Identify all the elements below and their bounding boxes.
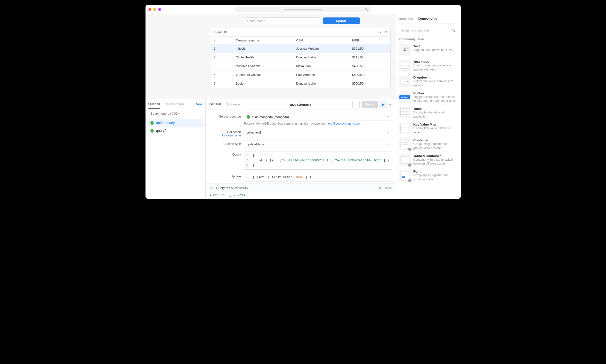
success-icon: ✓: [210, 186, 214, 190]
component-form[interactable]: + Form Group inputs together and submit …: [399, 168, 458, 183]
new-query-button[interactable]: + New: [193, 102, 202, 106]
expand-icon[interactable]: ⤢: [389, 103, 392, 106]
update-button[interactable]: Update: [323, 17, 360, 24]
component-button[interactable]: Action Button Trigger actions like run q…: [399, 90, 458, 105]
canvas: All queries completed. Update 12 results…: [146, 14, 396, 99]
use-raw-name-link[interactable]: Use raw name: [210, 134, 241, 137]
queries-pane: Queries Transformers + New updatemany qu…: [146, 99, 206, 199]
table-row[interactable]: 5Soylent Duncan Idaho$500.50: [211, 79, 391, 88]
search-icon: 🔍: [452, 29, 455, 32]
mongodb-icon: [150, 128, 154, 133]
tab-advanced[interactable]: Advanced: [227, 100, 242, 109]
refresh-icon[interactable]: ⟳: [385, 30, 388, 34]
tab-inspector[interactable]: Inspector: [399, 14, 414, 23]
label-action-type: Action type: [210, 141, 244, 146]
table-row[interactable]: 3Massive Dynamic Maya Gao$438.50: [211, 62, 391, 71]
saved-button: Saved: [362, 101, 377, 108]
search-icon: 🔍: [365, 8, 369, 11]
query-item-label: updatemany: [156, 121, 175, 125]
tab-components[interactable]: Components: [418, 14, 437, 23]
component-container[interactable]: + Container Group things together into g…: [399, 136, 458, 152]
collection-value: collection1: [247, 131, 261, 134]
run-button[interactable]: ▶: [380, 101, 387, 108]
table-row[interactable]: 4Vehement Capital Paul Atreides$500.50: [211, 71, 391, 79]
data-table: id Company name CSM MRR 1 Initech Jessic…: [211, 37, 391, 88]
right-panel: Inspector Components Search components 🔍…: [396, 14, 461, 199]
component-table[interactable]: Table Display tabular data with paginati…: [399, 105, 458, 121]
components-search-placeholder: Search components: [402, 29, 430, 32]
query-search-input[interactable]: [148, 110, 203, 117]
label-update: Update: [210, 173, 244, 178]
helper-text: Retool's MongoDB editor has some slight …: [244, 122, 391, 125]
results-count: 12 results: [214, 30, 228, 34]
url-bar[interactable]: 🔍: [235, 7, 371, 12]
button-icon: Action: [399, 91, 411, 103]
titlebar: 🔍: [146, 5, 461, 14]
query-item-updatemany[interactable]: updatemany: [147, 119, 204, 127]
select-collection[interactable]: collection1: [244, 129, 391, 136]
component-text-input[interactable]: Text Input Control other components or q…: [399, 58, 458, 74]
update-code-editor[interactable]: 1 { $set: { first_name: 'ken' } }: [244, 173, 391, 182]
col-mrr[interactable]: MRR: [349, 37, 391, 44]
component-text[interactable]: Text Supports markdown or HTML.: [399, 42, 458, 58]
close-window-icon[interactable]: [148, 8, 151, 11]
table-component[interactable]: 12 results ▾ ⟳ id Company name CSM: [211, 28, 391, 88]
tabbed-container-icon: +: [399, 154, 411, 166]
helper-link[interactable]: here if you ever get stuck!: [326, 122, 361, 125]
container-icon: +: [399, 138, 411, 150]
close-icon: ✕: [378, 186, 381, 190]
query-code-editor[interactable]: 123 { _id: { $in: ["5db1ff9d1c9d44000057…: [244, 151, 392, 170]
dropdown-icon: [399, 76, 411, 87]
table-row[interactable]: 1 Initech Jessica Mohaim $321.50: [211, 44, 391, 53]
components-search[interactable]: Search components 🔍: [399, 27, 458, 34]
section-title: Commonly Used: [396, 36, 461, 42]
col-id[interactable]: id: [211, 37, 233, 44]
table-row[interactable]: 2Circle Health Duncan Idaho$111.00: [211, 53, 391, 62]
maximize-window-icon[interactable]: [158, 8, 161, 11]
form-row: Update: [245, 17, 360, 24]
tab-general[interactable]: General: [210, 99, 221, 109]
col-company[interactable]: Company name: [233, 37, 293, 44]
action-value: updateMany: [247, 143, 264, 146]
col-csm[interactable]: CSM: [293, 37, 349, 44]
query-item-label: query2: [156, 129, 167, 132]
text-input-icon: [399, 60, 411, 71]
window-controls: [148, 8, 161, 11]
url-placeholder: [284, 9, 323, 10]
key-value-icon: [399, 123, 411, 134]
tab-queries[interactable]: Queries: [148, 100, 160, 109]
text-icon: [399, 44, 411, 56]
component-key-value-map[interactable]: Key Value Map Display key value pairs in…: [399, 121, 458, 136]
label-select-resource: Select resource: [210, 113, 244, 118]
component-tabbed-container[interactable]: + Tabbed Container Container with a tab …: [399, 152, 458, 168]
select-action-type[interactable]: updateMany: [244, 141, 391, 148]
result-message: Query ran successfully.: [216, 186, 249, 190]
result-body[interactable]: ▶result: {} 7 keys: [206, 192, 396, 199]
table-icon: [399, 107, 411, 118]
query-editor: General Advanced updatemany ⋯ Saved ▶ ⤢ …: [206, 99, 396, 199]
minimize-window-icon[interactable]: [153, 8, 156, 11]
mongodb-icon: [246, 114, 251, 119]
form-icon: +: [399, 170, 411, 181]
query-item-query2[interactable]: query2: [147, 127, 204, 134]
select-resource[interactable]: atlas-mongodb (mongodb): [244, 113, 391, 120]
mongodb-icon: [150, 120, 154, 125]
app-window: 🔍 All queries completed. Update 12 resul…: [146, 5, 461, 199]
label-collection: Collection: [227, 130, 241, 134]
query-title: updatemany: [290, 102, 311, 106]
component-dropdown[interactable]: Dropdown Select one value from a list of…: [399, 74, 458, 90]
label-query: Query: [210, 151, 244, 156]
more-button[interactable]: ⋯: [352, 101, 360, 108]
filter-icon[interactable]: ▾: [380, 30, 381, 34]
result-bar: ✓ Query ran successfully. ✕ Close: [206, 183, 396, 192]
close-results[interactable]: ✕ Close: [378, 186, 392, 190]
select-resource-value: atlas-mongodb (mongodb): [252, 115, 289, 119]
name-input[interactable]: [245, 17, 320, 24]
tab-transformers[interactable]: Transformers: [164, 100, 184, 108]
bottom-panel: Queries Transformers + New updatemany qu…: [146, 99, 396, 199]
